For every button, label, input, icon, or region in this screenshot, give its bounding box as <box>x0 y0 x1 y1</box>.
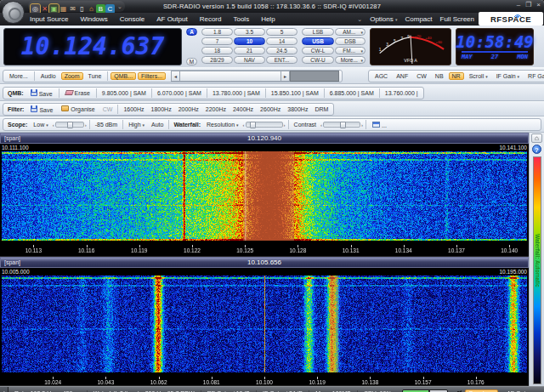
mode-dsb[interactable]: DSB <box>335 37 366 45</box>
close-icon[interactable]: × <box>536 1 541 9</box>
more-button[interactable]: More... <box>6 72 31 80</box>
home-icon[interactable]: ⌂ <box>87 4 96 14</box>
mode-more[interactable]: More...▾ <box>335 56 366 64</box>
mode-am[interactable]: AM...▾ <box>335 28 366 36</box>
qmb-erase-button[interactable]: Erase <box>62 89 94 97</box>
panel1-header[interactable]: [span] 10.120.940 <box>0 133 529 144</box>
menu-help[interactable]: Help <box>261 15 275 23</box>
nb-toggle[interactable]: NB <box>432 72 447 80</box>
vfo-a-button[interactable]: A <box>186 28 197 36</box>
scope-low-dropdown[interactable]: Low ▾ <box>31 121 50 128</box>
menu-console[interactable]: Console <box>120 15 144 23</box>
agc-toggle[interactable]: AGC <box>371 72 391 80</box>
zoom-button[interactable]: Zoom <box>61 72 83 80</box>
frequency-display[interactable]: 10.124.637 <box>3 28 182 65</box>
maximize-icon[interactable]: ❐ <box>525 1 531 9</box>
panel2-header[interactable]: [span] 10.105.656 <box>0 257 529 268</box>
if-gain-dropdown[interactable]: IF Gain ▾ <box>493 72 523 80</box>
audio-button[interactable]: Audio <box>37 72 60 80</box>
spectrum-scrollbar[interactable]: ◂ ▸ <box>171 71 339 82</box>
filter-organise-button[interactable]: Organise <box>58 105 98 113</box>
layout-button[interactable]: ... <box>369 121 390 129</box>
help-icon[interactable]: ? <box>532 145 541 154</box>
band-1-8[interactable]: 1.8 <box>201 28 233 36</box>
band-21[interactable]: 21 <box>234 47 265 54</box>
calendar-icon[interactable]: ▦ <box>59 4 68 14</box>
qmb-entry[interactable]: 6.070.000 | SAM <box>155 89 204 97</box>
band-10[interactable]: 10 <box>234 37 265 45</box>
filter-width-2200[interactable]: 2200Hz <box>203 105 229 113</box>
band-nav[interactable]: NAV <box>234 56 265 64</box>
band-7[interactable]: 7 <box>201 37 233 45</box>
filter-width-2600[interactable]: 2600Hz <box>258 105 283 113</box>
tools-icon[interactable]: ✕ <box>40 4 49 14</box>
menu-input-source[interactable]: Input Source <box>30 15 68 23</box>
filter-width-3800[interactable]: 3800Hz <box>285 105 310 113</box>
scope-auto-button[interactable]: Auto <box>149 121 166 128</box>
band-14[interactable]: 14 <box>266 37 298 45</box>
filter-width-1800[interactable]: 1800Hz <box>149 105 174 113</box>
qmb-entry[interactable]: 6.885.000 | SAM <box>327 89 377 97</box>
menu-windows[interactable]: Windows <box>80 15 107 23</box>
anf-toggle[interactable]: ANF <box>393 72 411 80</box>
filter-save-button[interactable]: Save <box>27 105 56 114</box>
scroll-dropdown[interactable]: Scroll ▾ <box>466 72 491 80</box>
band-24-5[interactable]: 24.5 <box>266 47 298 54</box>
mode-usb[interactable]: USB <box>302 37 334 45</box>
mode-lsb[interactable]: LSB <box>302 28 334 36</box>
mode-fm[interactable]: FM...▾ <box>335 47 366 54</box>
panel1-frequency-scale[interactable]: 10.11310.11610.11910.12210.12510.12810.1… <box>0 244 529 257</box>
options-menu[interactable]: Options ▾ <box>370 15 397 23</box>
mode-cw-l[interactable]: CW-L <box>302 47 334 54</box>
compact-button[interactable]: Compact <box>405 15 433 23</box>
menu-af-output[interactable]: AF Output <box>156 15 187 23</box>
panel2-waterfall[interactable] <box>2 276 527 372</box>
qmb-save-button[interactable]: Save <box>27 88 56 98</box>
contact-icon[interactable]: ✉ <box>68 4 77 14</box>
full-screen-button[interactable]: Full Screen <box>440 15 474 23</box>
filter-width-drm[interactable]: DRM <box>312 105 331 113</box>
qmb-entry[interactable]: 13.780.000 | SAM <box>210 89 263 97</box>
document-icon[interactable]: ▯ <box>77 4 87 14</box>
chevron-down-icon[interactable]: ⌄ <box>117 3 122 10</box>
filter-width-1600[interactable]: 1600Hz <box>121 105 146 113</box>
display-icon[interactable]: ▣ <box>49 4 59 14</box>
target-icon[interactable]: ◎ <box>31 4 40 14</box>
filter-cw-button[interactable]: CW <box>100 105 116 113</box>
qmb-entry[interactable]: 13.760.000 | <box>382 89 421 97</box>
panel1-waterfall[interactable] <box>2 151 527 241</box>
speakers-button[interactable]: Speakers <box>465 389 499 392</box>
nr-toggle[interactable]: NR <box>449 72 464 80</box>
scope-low-slider[interactable]: ‹ › <box>53 122 87 128</box>
b-icon[interactable]: B <box>96 4 105 14</box>
qmb-entry[interactable]: 9.805.000 | SAM <box>99 89 149 97</box>
waterfall-contrast-slider[interactable]: ‹ › <box>320 122 363 128</box>
band-5[interactable]: 5 <box>266 28 298 36</box>
qmb-entry[interactable]: 15.850.100 | SAM <box>269 89 321 97</box>
tune-button[interactable]: Tune <box>85 72 105 80</box>
menu-record[interactable]: Record <box>200 15 222 23</box>
panel2-frequency-scale[interactable]: 10.02410.04310.06210.08110.10010.11910.1… <box>0 376 529 386</box>
waterfall-resolution-dropdown[interactable]: Resolution ▾ <box>204 121 241 128</box>
minimize-icon[interactable]: – <box>517 1 520 9</box>
cw-toggle[interactable]: CW <box>413 72 430 80</box>
waterfall-resolution-slider[interactable]: ‹ › <box>243 122 286 128</box>
app-logo-knob[interactable] <box>2 1 25 24</box>
band-28-29[interactable]: 28/29 <box>201 56 233 64</box>
band-3-5[interactable]: 3.5 <box>234 28 265 36</box>
menu-tools[interactable]: Tools <box>233 15 249 23</box>
waterfall-legend-bar[interactable]: Waterfall: Automatic <box>533 156 541 384</box>
c-icon[interactable]: C <box>105 4 115 14</box>
memory-button[interactable]: M <box>186 58 197 65</box>
rf-gain-dropdown[interactable]: RF Gain ▾ <box>524 72 544 80</box>
filters-button[interactable]: Filters... <box>138 72 166 80</box>
collapse-left-icon[interactable]: ‹ <box>0 387 8 392</box>
chevron-down-icon[interactable]: ⌄ <box>357 16 362 23</box>
band-18[interactable]: 18 <box>201 47 233 54</box>
scope-high-dropdown[interactable]: High ▾ <box>126 121 147 128</box>
band-ent[interactable]: ENT... <box>266 56 298 64</box>
mode-cw-u[interactable]: CW-U <box>302 56 334 64</box>
filter-width-2000[interactable]: 2000Hz <box>176 105 201 113</box>
qmb-button[interactable]: QMB... <box>110 72 136 80</box>
filter-width-2400[interactable]: 2400Hz <box>230 105 256 113</box>
